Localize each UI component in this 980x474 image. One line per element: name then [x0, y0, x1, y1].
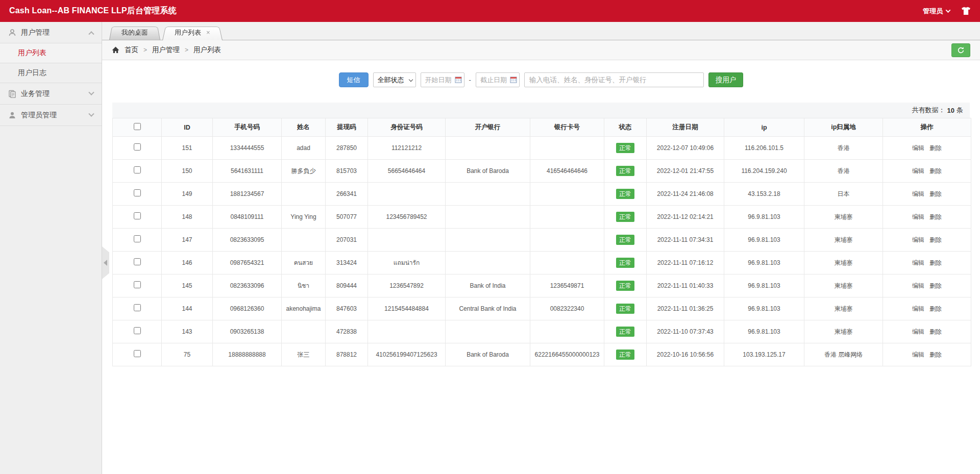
- delete-link[interactable]: 删除: [929, 259, 942, 266]
- row-checkbox[interactable]: [134, 350, 141, 357]
- edit-link[interactable]: 编辑: [912, 144, 924, 152]
- cell-code: 815703: [326, 160, 368, 183]
- tab-user-list[interactable]: 用户列表: [162, 25, 223, 40]
- breadcrumb-item-home[interactable]: 首页: [125, 45, 138, 55]
- cell-checkbox: [113, 229, 162, 252]
- sidebar-item-user-list[interactable]: 用户列表: [0, 43, 102, 63]
- search-user-button[interactable]: 搜用户: [708, 72, 744, 87]
- sidebar: 用户管理 用户列表 用户日志 业务管理 管理员管理: [0, 22, 102, 474]
- cell-bank: Bank of Baroda: [446, 343, 530, 366]
- cell-ip: 96.9.81.103: [724, 229, 804, 252]
- cell-idcard: 1236547892: [368, 275, 446, 297]
- user-icon: [8, 29, 16, 37]
- sidebar-group-business-management[interactable]: 业务管理: [0, 83, 102, 105]
- edit-link[interactable]: 编辑: [912, 259, 924, 266]
- breadcrumb-item-user-list[interactable]: 用户列表: [193, 45, 221, 55]
- row-checkbox[interactable]: [134, 304, 141, 311]
- end-date-input[interactable]: [476, 72, 520, 87]
- tab-label: 用户列表: [175, 29, 201, 36]
- row-checkbox[interactable]: [134, 212, 141, 219]
- row-checkbox[interactable]: [134, 327, 141, 334]
- admin-menu[interactable]: 管理员: [923, 7, 950, 16]
- cell-actions: 编辑删除: [883, 137, 971, 160]
- business-icon: [8, 90, 16, 98]
- cell-card: [530, 137, 604, 160]
- cell-checkbox: [113, 252, 162, 275]
- summary-count: 10: [947, 107, 954, 114]
- row-checkbox[interactable]: [134, 258, 141, 265]
- delete-link[interactable]: 删除: [929, 144, 942, 152]
- edit-link[interactable]: 编辑: [912, 328, 924, 335]
- cell-name: 张三: [282, 343, 326, 366]
- search-input[interactable]: [524, 72, 704, 87]
- delete-link[interactable]: 删除: [929, 305, 942, 312]
- cell-date: 2022-10-16 10:56:56: [647, 343, 724, 366]
- cell-status: 正常: [604, 252, 647, 275]
- cell-code: 472838: [326, 320, 368, 343]
- table-row: 1511334444555adad287850112121212正常2022-1…: [113, 137, 971, 160]
- cell-idcard: 1215454484884: [368, 297, 446, 320]
- end-date-wrap: [476, 72, 520, 87]
- cell-card: 0082322340: [530, 297, 604, 320]
- header-name: 姓名: [282, 118, 326, 137]
- content: 短信 全部状态 -: [102, 60, 980, 474]
- edit-link[interactable]: 编辑: [912, 167, 924, 174]
- header-status: 状态: [604, 118, 647, 137]
- table-row: 1440968126360akenohajima8476031215454484…: [113, 297, 971, 320]
- cell-region: 日本: [804, 183, 883, 206]
- cell-card: 6222166455000000123: [530, 343, 604, 366]
- edit-link[interactable]: 编辑: [912, 351, 924, 358]
- status-badge: 正常: [616, 281, 634, 291]
- delete-link[interactable]: 删除: [929, 236, 942, 243]
- sidebar-group-user-management[interactable]: 用户管理: [0, 22, 102, 43]
- chevron-down-icon: [88, 89, 94, 95]
- cell-ip: 43.153.2.18: [724, 183, 804, 206]
- delete-link[interactable]: 删除: [929, 167, 942, 174]
- cell-region: 柬埔寨: [804, 320, 883, 343]
- cell-idcard: 410256199407125623: [368, 343, 446, 366]
- sidebar-group-label: 用户管理: [21, 28, 50, 37]
- delete-link[interactable]: 删除: [929, 282, 942, 289]
- delete-link[interactable]: 删除: [929, 190, 942, 197]
- cell-phone: 0968126360: [213, 297, 282, 320]
- cell-date: 2022-12-01 21:47:55: [647, 160, 724, 183]
- sidebar-group-admin-management[interactable]: 管理员管理: [0, 105, 102, 126]
- cell-phone: 1881234567: [213, 183, 282, 206]
- delete-link[interactable]: 删除: [929, 213, 942, 220]
- select-all-checkbox[interactable]: [134, 123, 141, 130]
- row-checkbox[interactable]: [134, 189, 141, 196]
- sidebar-item-label: 用户列表: [18, 48, 46, 58]
- tab-my-desktop[interactable]: 我的桌面: [109, 25, 160, 40]
- cell-phone: 5641631111: [213, 160, 282, 183]
- row-checkbox[interactable]: [134, 235, 141, 242]
- cell-date: 2022-11-24 21:46:08: [647, 183, 724, 206]
- delete-link[interactable]: 删除: [929, 351, 942, 358]
- refresh-button[interactable]: [951, 43, 970, 57]
- theme-button[interactable]: [961, 7, 971, 15]
- cell-date: 2022-11-11 07:34:31: [647, 229, 724, 252]
- edit-link[interactable]: 编辑: [912, 213, 924, 220]
- cell-id: 151: [162, 137, 213, 160]
- row-checkbox[interactable]: [134, 281, 141, 288]
- edit-link[interactable]: 编辑: [912, 282, 924, 289]
- status-badge: 正常: [616, 166, 634, 176]
- cell-idcard: 56654646464: [368, 160, 446, 183]
- breadcrumb-item-user-management[interactable]: 用户管理: [152, 45, 180, 55]
- close-tab-icon[interactable]: [206, 29, 210, 36]
- sidebar-item-user-log[interactable]: 用户日志: [0, 63, 102, 83]
- edit-link[interactable]: 编辑: [912, 236, 924, 243]
- cell-card: [530, 183, 604, 206]
- row-checkbox[interactable]: [134, 166, 141, 173]
- start-date-input[interactable]: [421, 72, 464, 87]
- status-select[interactable]: 全部状态: [373, 72, 416, 87]
- cell-ip: 96.9.81.103: [724, 275, 804, 297]
- cell-date: 2022-12-07 10:49:06: [647, 137, 724, 160]
- row-checkbox[interactable]: [134, 143, 141, 151]
- edit-link[interactable]: 编辑: [912, 190, 924, 197]
- table-header-row: ID 手机号码 姓名 提现码 身份证号码 开户银行 银行卡号 状态 注册日期 i…: [113, 118, 971, 137]
- delete-link[interactable]: 删除: [929, 328, 942, 335]
- edit-link[interactable]: 编辑: [912, 305, 924, 312]
- cell-bank: [446, 229, 530, 252]
- breadcrumb-bar: 首页 > 用户管理 > 用户列表: [102, 40, 980, 60]
- sms-button[interactable]: 短信: [339, 72, 369, 87]
